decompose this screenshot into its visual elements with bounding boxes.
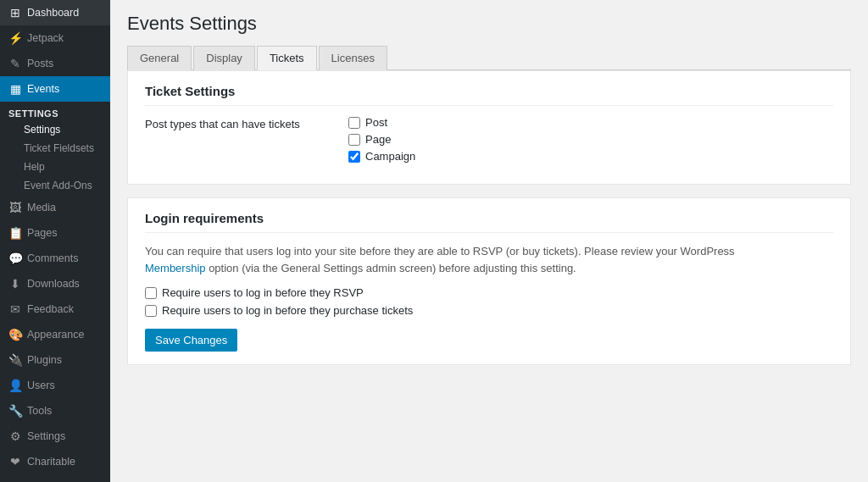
- sidebar-item-label: Posts: [27, 58, 53, 69]
- checkbox-campaign[interactable]: [348, 151, 360, 163]
- post-types-label: Post types that can have tickets: [145, 116, 331, 130]
- checkbox-purchase[interactable]: [145, 305, 157, 317]
- checkbox-page-label: Page: [365, 133, 391, 146]
- appearance-icon: 🎨: [8, 328, 22, 341]
- post-types-row: Post types that can have tickets Post Pa…: [145, 116, 833, 163]
- page-title: Events Settings: [127, 13, 851, 35]
- sidebar-item-label: Dashboard: [27, 7, 79, 19]
- sidebar-item-label: Users: [27, 380, 55, 391]
- media-icon: 🖼: [8, 201, 22, 214]
- sidebar-item-label: Charitable: [27, 456, 75, 468]
- sidebar-item-label: Pages: [27, 227, 57, 239]
- ticket-settings-box: Ticket Settings Post types that can have…: [127, 70, 851, 185]
- tab-general[interactable]: General: [127, 46, 192, 70]
- login-requirements-description: You can require that users log into your…: [145, 243, 738, 276]
- checkbox-post-label: Post: [365, 116, 387, 129]
- sidebar-item-label: Feedback: [27, 303, 74, 315]
- sidebar-item-media[interactable]: 🖼 Media: [0, 195, 110, 220]
- checkbox-rsvp[interactable]: [145, 287, 157, 299]
- jetpack-icon: ⚡: [8, 31, 22, 45]
- save-changes-button[interactable]: Save Changes: [145, 329, 237, 352]
- sidebar-item-label: Jetpack: [27, 32, 64, 44]
- collapse-menu[interactable]: ◀ Collapse menu: [0, 474, 110, 482]
- membership-link[interactable]: Membership: [145, 262, 206, 274]
- events-icon: ▦: [8, 82, 22, 96]
- checkbox-post-row[interactable]: Post: [348, 116, 415, 129]
- feedback-icon: ✉: [8, 302, 22, 316]
- sidebar-item-plugins[interactable]: 🔌 Plugins: [0, 347, 110, 373]
- checkbox-page-row[interactable]: Page: [348, 133, 415, 146]
- charitable-icon: ❤: [8, 455, 22, 468]
- events-section-label: Settings: [0, 102, 110, 120]
- comments-icon: 💬: [8, 252, 22, 265]
- posts-icon: ✎: [8, 57, 22, 70]
- sidebar-item-settings[interactable]: ⚙ Settings: [0, 424, 110, 449]
- sidebar-item-users[interactable]: 👤 Users: [0, 373, 110, 398]
- sidebar-item-label: Plugins: [27, 354, 62, 366]
- sidebar-item-feedback[interactable]: ✉ Feedback: [0, 296, 110, 322]
- tab-licenses[interactable]: Licenses: [319, 46, 387, 70]
- sidebar-item-label: Events: [27, 83, 59, 95]
- checkbox-page[interactable]: [348, 134, 360, 146]
- sidebar-sub-ticket-fieldsets[interactable]: Ticket Fieldsets: [0, 139, 110, 158]
- checkbox-purchase-label: Require users to log in before they purc…: [162, 304, 413, 317]
- sidebar-item-dashboard[interactable]: ⊞ Dashboard: [0, 0, 110, 25]
- sidebar: ⊞ Dashboard ⚡ Jetpack ✎ Posts ▦ Events S…: [0, 0, 110, 482]
- tab-display[interactable]: Display: [193, 46, 255, 70]
- sidebar-item-tools[interactable]: 🔧 Tools: [0, 398, 110, 424]
- downloads-icon: ⬇: [8, 277, 22, 291]
- main-content: Events Settings General Display Tickets …: [110, 0, 868, 482]
- sidebar-item-label: Tools: [27, 405, 52, 417]
- ticket-settings-title: Ticket Settings: [145, 84, 833, 106]
- sidebar-item-events[interactable]: ▦ Events: [0, 76, 110, 102]
- checkbox-post[interactable]: [348, 117, 360, 129]
- tools-icon: 🔧: [8, 404, 22, 418]
- sidebar-sub-event-addons[interactable]: Event Add-Ons: [0, 176, 110, 195]
- settings-icon: ⚙: [8, 429, 22, 443]
- sidebar-item-label: Media: [27, 202, 56, 213]
- sidebar-item-posts[interactable]: ✎ Posts: [0, 51, 110, 76]
- plugins-icon: 🔌: [8, 353, 22, 367]
- sidebar-item-comments[interactable]: 💬 Comments: [0, 246, 110, 271]
- tabs-bar: General Display Tickets Licenses: [127, 45, 851, 70]
- sidebar-sub-settings[interactable]: Settings: [0, 120, 110, 139]
- sidebar-sub-help[interactable]: Help: [0, 158, 110, 176]
- checkbox-campaign-label: Campaign: [365, 150, 415, 163]
- sidebar-item-charitable[interactable]: ❤ Charitable: [0, 449, 110, 474]
- pages-icon: 📋: [8, 226, 22, 240]
- tab-tickets[interactable]: Tickets: [257, 46, 317, 70]
- sidebar-item-label: Appearance: [27, 329, 84, 341]
- post-types-controls: Post Page Campaign: [348, 116, 415, 163]
- login-requirements-box: Login requirements You can require that …: [127, 197, 851, 365]
- sidebar-item-label: Comments: [27, 252, 78, 264]
- login-requirements-title: Login requirements: [145, 211, 833, 233]
- checkbox-rsvp-label: Require users to log in before they RSVP: [162, 286, 364, 299]
- sidebar-item-label: Downloads: [27, 278, 80, 290]
- sidebar-item-jetpack[interactable]: ⚡ Jetpack: [0, 25, 110, 51]
- dashboard-icon: ⊞: [8, 6, 22, 19]
- sidebar-item-downloads[interactable]: ⬇ Downloads: [0, 271, 110, 296]
- login-checkboxes: Require users to log in before they RSVP…: [145, 286, 833, 317]
- sidebar-item-label: Settings: [27, 430, 65, 442]
- checkbox-campaign-row[interactable]: Campaign: [348, 150, 415, 163]
- sidebar-item-pages[interactable]: 📋 Pages: [0, 220, 110, 246]
- checkbox-rsvp-row[interactable]: Require users to log in before they RSVP: [145, 286, 833, 299]
- checkbox-purchase-row[interactable]: Require users to log in before they purc…: [145, 304, 833, 317]
- users-icon: 👤: [8, 379, 22, 392]
- sidebar-item-appearance[interactable]: 🎨 Appearance: [0, 322, 110, 347]
